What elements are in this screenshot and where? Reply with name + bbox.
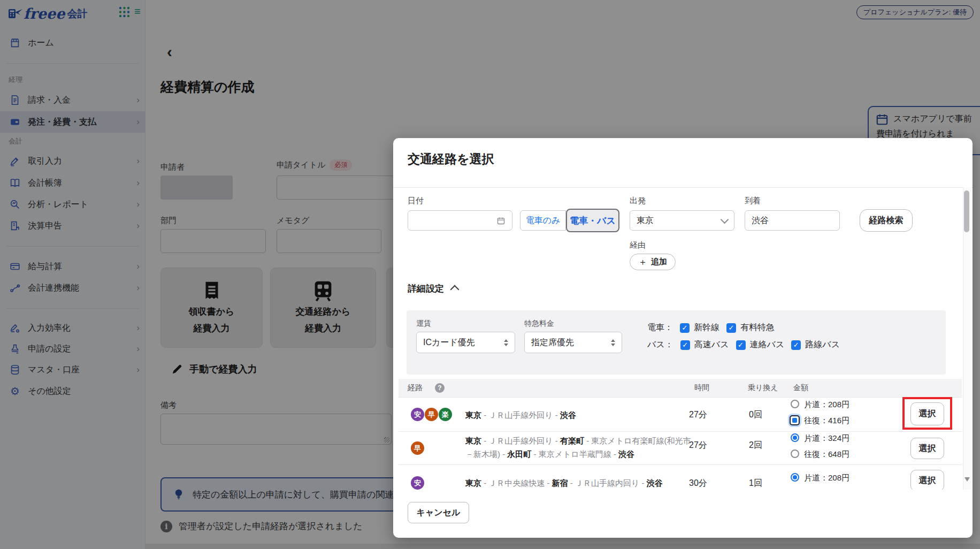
oneway-radio-label[interactable]: 片道：208円 xyxy=(804,400,849,410)
row-divider xyxy=(399,397,962,398)
express-fare-select[interactable]: 指定席優先 xyxy=(524,332,622,353)
route-badges: 安 xyxy=(411,476,424,490)
amount-column-header: 金額 xyxy=(793,383,808,393)
oneway-radio[interactable] xyxy=(791,473,799,482)
oneway-radio-label[interactable]: 片道：208円 xyxy=(804,473,849,483)
bus-filter-row: バス： ✓高速バス ✓連絡バス ✓路線バス xyxy=(647,339,840,350)
select-stepper-icon xyxy=(611,339,615,346)
mode-train-bus-button[interactable]: 電車・バス xyxy=(566,209,619,232)
chevron-up-icon xyxy=(450,285,460,294)
row-divider xyxy=(399,464,962,465)
train-filter-row: 電車： ✓新幹線 ✓有料特急 xyxy=(647,322,840,333)
select-stepper-icon xyxy=(504,339,508,346)
date-label: 日付 xyxy=(408,196,424,206)
via-add-button[interactable]: ＋ 追加 xyxy=(630,254,676,270)
shinkansen-checkbox[interactable]: ✓ xyxy=(680,323,690,333)
help-icon[interactable]: ? xyxy=(435,383,445,393)
easy-badge: 楽 xyxy=(439,408,452,421)
advanced-settings-toggle[interactable]: 詳細設定 xyxy=(408,283,458,295)
checkbox-label: 路線バス xyxy=(805,339,840,350)
via-label: 経由 xyxy=(630,240,646,250)
annotation-highlight-box xyxy=(902,397,952,430)
connecting-bus-checkbox[interactable]: ✓ xyxy=(736,340,746,350)
time-column-header: 時間 xyxy=(694,383,709,393)
route-description: 東京 - ＪＲ山手線外回り - 有楽町 - 東京メトロ有楽町線(和光市－新木場)… xyxy=(465,434,693,461)
bus-filter-label: バス： xyxy=(647,339,673,350)
fast-badge: 早 xyxy=(425,408,438,421)
local-bus-checkbox[interactable]: ✓ xyxy=(791,340,801,350)
modal-title: 交通経路を選択 xyxy=(408,151,494,167)
cheap-badge: 安 xyxy=(411,476,424,490)
roundtrip-radio-label[interactable]: 往復：416円 xyxy=(804,416,849,426)
departure-label: 出発 xyxy=(630,196,646,206)
arrival-label: 到着 xyxy=(745,196,761,206)
arrival-input[interactable]: 渋谷 xyxy=(745,210,840,231)
row-divider xyxy=(399,431,962,432)
modal-body: 日付 電車のみ 電車・バス 出発 東京 到着 渋谷 経路検索 経由 ＋ 追加 xyxy=(393,187,973,490)
departure-select[interactable]: 東京 xyxy=(630,210,734,231)
modal-scrollbar-track[interactable] xyxy=(963,187,971,490)
route-description: 東京 - ＪＲ中央線快速 - 新宿 - ＪＲ山手線内回り - 渋谷 xyxy=(465,476,693,490)
express-fare-label: 特急料金 xyxy=(524,319,554,329)
departure-value: 東京 xyxy=(637,215,654,226)
checkbox-label: 有料特急 xyxy=(740,322,775,333)
express-fare-value: 指定席優先 xyxy=(531,337,574,348)
oneway-radio[interactable] xyxy=(791,400,799,408)
advanced-settings-panel: 運賃 ICカード優先 特急料金 指定席優先 電車： ✓新幹線 ✓有料特急 xyxy=(407,310,946,375)
chevron-down-icon xyxy=(721,215,729,224)
transfers-column-header: 乗り換え xyxy=(748,383,778,393)
scroll-down-arrow-icon[interactable] xyxy=(964,477,970,482)
checkbox-label: 高速バス xyxy=(694,339,729,350)
calendar-icon xyxy=(496,216,506,225)
arrival-value: 渋谷 xyxy=(752,215,769,226)
roundtrip-radio[interactable] xyxy=(790,415,800,425)
highway-bus-checkbox[interactable]: ✓ xyxy=(680,340,690,350)
route-search-button[interactable]: 経路検索 xyxy=(860,209,913,232)
select-route-button[interactable]: 選択 xyxy=(910,438,944,459)
oneway-radio[interactable] xyxy=(791,433,799,442)
roundtrip-radio[interactable] xyxy=(791,449,799,458)
fare-label: 運賃 xyxy=(416,319,431,329)
route-time: 30分 xyxy=(689,478,707,489)
modal-scrollbar-thumb[interactable] xyxy=(964,190,969,232)
cancel-button[interactable]: キャンセル xyxy=(408,502,469,523)
limited-express-checkbox[interactable]: ✓ xyxy=(726,323,736,333)
route-badges: 早 xyxy=(411,441,424,455)
app-root: プロフェッショナルプラン: 優待 ‹ 経費精算の作成 申請者 申請タイトル 必須… xyxy=(0,0,980,549)
train-filter-label: 電車： xyxy=(647,322,673,333)
results-header: 経路 ? 時間 乗り換え 金額 xyxy=(399,379,962,397)
advanced-settings-label: 詳細設定 xyxy=(408,284,444,294)
route-time: 27分 xyxy=(689,409,707,421)
fare-select[interactable]: ICカード優先 xyxy=(416,332,515,353)
vehicle-filters: 電車： ✓新幹線 ✓有料特急 バス： ✓高速バス ✓連絡バス ✓路線バス xyxy=(647,322,840,350)
fare-value: ICカード優先 xyxy=(423,337,475,348)
cheap-badge: 安 xyxy=(411,408,424,421)
oneway-radio-label[interactable]: 片道：324円 xyxy=(804,433,849,444)
date-input[interactable] xyxy=(408,210,512,231)
route-transfers: 2回 xyxy=(749,440,762,451)
checkbox-label: 連絡バス xyxy=(750,339,785,350)
route-column-header: 経路 xyxy=(408,383,423,393)
plus-icon: ＋ xyxy=(638,256,647,268)
via-add-label: 追加 xyxy=(651,257,667,267)
route-time: 27分 xyxy=(689,440,707,451)
roundtrip-radio-label[interactable]: 往復：648円 xyxy=(804,449,849,460)
route-select-modal: 交通経路を選択 日付 電車のみ 電車・バス 出発 東京 到着 渋谷 経路検索 経 xyxy=(393,138,973,538)
route-badges: 安 早 楽 xyxy=(411,408,452,421)
route-description: 東京 - ＪＲ山手線外回り - 渋谷 xyxy=(465,408,693,422)
route-transfers: 0回 xyxy=(749,409,762,421)
checkbox-label: 新幹線 xyxy=(694,322,719,333)
mode-train-only-button[interactable]: 電車のみ xyxy=(520,210,566,231)
select-route-button[interactable]: 選択 xyxy=(910,470,944,490)
fast-badge: 早 xyxy=(411,441,424,455)
route-transfers: 1回 xyxy=(749,478,762,489)
